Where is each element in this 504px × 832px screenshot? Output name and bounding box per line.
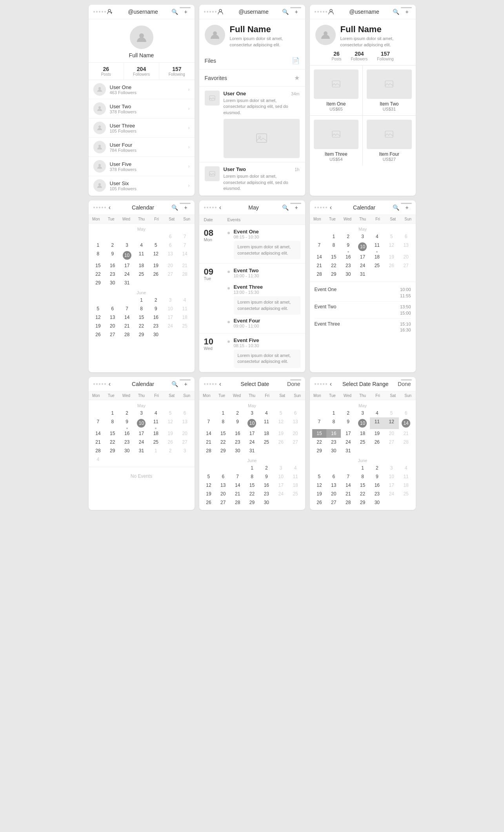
topbar-messages: @username 🔍 +	[199, 5, 305, 19]
done-button[interactable]: Done	[398, 381, 411, 387]
agenda-day-09: 09 Tue Event Two 10:00 - 11:30 Event Thr…	[199, 264, 305, 333]
agenda-date: 09 Tue	[204, 268, 227, 281]
avatar	[205, 25, 225, 45]
drag-handle	[315, 207, 327, 208]
topbar-event-list: ‹ Calendar 🔍 +	[310, 200, 416, 215]
event-item-2[interactable]: Event Two 13:5015:00	[315, 302, 411, 319]
search-icon[interactable]: 🔍	[282, 8, 289, 16]
search-icon[interactable]: 🔍	[392, 204, 400, 211]
svg-point-10	[219, 9, 222, 12]
cal-week: 6 7	[91, 232, 192, 241]
profile-name: Full Name	[340, 25, 410, 34]
svg-point-4	[98, 87, 101, 89]
topbar-title: Calendar	[337, 204, 392, 211]
cal-week: 26 27 28 29 30	[91, 330, 192, 339]
search-icon[interactable]: 🔍	[171, 380, 179, 388]
user-item-3[interactable]: User Three 105 Followers ›	[89, 118, 195, 138]
user-list: User One 463 Followers › User Two 378 Fo…	[89, 80, 195, 195]
agenda-dot	[227, 271, 230, 273]
menu-favorites[interactable]: Favorites ★	[199, 69, 305, 87]
event-item-1[interactable]: Event One 10:0011:55	[315, 284, 411, 302]
user-item-1[interactable]: User One 463 Followers ›	[89, 80, 195, 99]
row-2: ‹ Calendar 🔍 + Mon Tue Wed Thu Fri Sat S…	[5, 200, 499, 372]
search-icon[interactable]: 🔍	[282, 204, 289, 211]
plus-icon[interactable]: +	[403, 8, 411, 16]
agenda-dot	[227, 232, 230, 234]
user-avatar	[93, 122, 106, 134]
back-icon[interactable]: ‹	[327, 204, 335, 211]
back-icon[interactable]: ‹	[217, 380, 224, 388]
cal-week: 1 2 3 4 5 6	[91, 409, 192, 417]
plus-icon[interactable]: +	[182, 8, 190, 16]
profile-stats: 26 Posts 204 Followers 157 Following	[310, 51, 416, 65]
grid-item-4[interactable]: Item Four US$27	[363, 116, 416, 166]
profile-detail-header: Full Name Lorem ipsum dolor sit amet, co…	[199, 19, 305, 52]
agenda-day-08: 08 Mon Event One 08:15 - 10:30 Lorem ips…	[199, 225, 305, 264]
grid-item-2[interactable]: Item Two US$31	[363, 66, 416, 115]
event-card: Lorem ipsum dolor sit amet, consectetur …	[234, 241, 300, 259]
plus-icon[interactable]: +	[182, 380, 190, 388]
profile-bio: Lorem ipsum dolor sit amet, consectetur …	[340, 36, 410, 48]
user-item-4[interactable]: User Four 784 Followers ›	[89, 138, 195, 157]
back-icon[interactable]: ‹	[217, 204, 224, 211]
user-item-5[interactable]: User Five 378 Followers ›	[89, 157, 195, 176]
plus-icon[interactable]: +	[403, 204, 411, 211]
user-icon[interactable]	[327, 8, 335, 16]
plus-icon[interactable]: +	[182, 204, 190, 211]
message-item-2[interactable]: User Two 1h Lorem ipsum dolor sit amet, …	[199, 162, 305, 196]
search-icon[interactable]: 🔍	[392, 8, 400, 16]
svg-point-9	[98, 183, 101, 186]
user-icon[interactable]	[217, 8, 224, 16]
back-icon[interactable]: ‹	[106, 380, 114, 388]
back-icon[interactable]: ‹	[106, 204, 114, 211]
user-avatar	[93, 179, 106, 192]
plus-icon[interactable]: +	[293, 204, 300, 211]
grid-item-3[interactable]: Item Three US$54	[310, 116, 363, 166]
cal-week: 7 8 9 10 11 12 14	[312, 417, 413, 429]
user-item-2[interactable]: User Two 378 Followers ›	[89, 99, 195, 118]
agenda-dot	[227, 287, 230, 289]
handle-line	[180, 7, 191, 8]
plus-icon[interactable]: +	[293, 8, 300, 16]
agenda-date: 08 Mon	[204, 229, 227, 242]
svg-point-5	[98, 106, 101, 109]
stat-following: 157 Following	[377, 51, 393, 61]
cal-week: 29 30 31	[91, 279, 192, 287]
topbar-icons: 🔍 +	[392, 8, 411, 16]
event-card: Lorem ipsum dolor sit amet, consectetur …	[234, 296, 300, 315]
search-icon[interactable]: 🔍	[171, 8, 179, 16]
calendar-body: May 6 7 1 2 3 4 5 6 7 8 9	[89, 224, 195, 342]
user-avatar	[93, 102, 106, 115]
topbar-icons: 🔍 +	[171, 204, 190, 211]
user-avatar	[93, 141, 106, 153]
chevron-right-icon: ›	[188, 144, 190, 150]
topbar-title: Select Date Range	[337, 381, 395, 387]
agenda-event: Event Two 10:00 - 11:30	[234, 268, 300, 280]
stat-followers: 204 Followers	[124, 63, 159, 80]
grid-item-1[interactable]: Item One US$65	[310, 66, 363, 115]
grid-profile-panel: @username 🔍 + Full Name Lorem ipsum dolo…	[310, 5, 416, 196]
svg-rect-20	[332, 131, 340, 137]
agenda-sub-event: Event Four 09:00 - 11:00	[199, 316, 305, 333]
msg-content: User One 34m Lorem ipsum dolor sit amet,…	[224, 91, 300, 158]
drag-handle	[93, 383, 106, 385]
calendar-dow-header: Mon Tue Wed Thu Fri Sat Sun	[199, 391, 305, 400]
cal-week: 19 20 21 22 23 24 25	[202, 490, 303, 498]
back-icon[interactable]: ‹	[327, 380, 335, 388]
user-item-6[interactable]: User Six 105 Followers ›	[89, 176, 195, 195]
done-button[interactable]: Done	[287, 381, 300, 387]
grid-thumb	[314, 120, 359, 149]
agenda-dot	[227, 321, 230, 323]
event-item-3[interactable]: Event Three 15:1016:30	[315, 319, 411, 336]
agenda-date: 10 Wed	[204, 337, 227, 351]
cal-week: 12 13 14 15 16 17 18	[91, 313, 192, 322]
search-icon[interactable]: 🔍	[171, 204, 179, 211]
menu-files[interactable]: Files 📄	[199, 52, 305, 69]
cal-week: 4	[91, 455, 192, 464]
message-item-1[interactable]: User One 34m Lorem ipsum dolor sit amet,…	[199, 87, 305, 162]
cal-week: 28 29 30 31	[312, 270, 413, 279]
cal-week: 1 2 3 4	[91, 296, 192, 304]
add-user-icon[interactable]	[106, 8, 114, 16]
topbar-grid: @username 🔍 +	[310, 5, 416, 19]
stat-posts: 26 Posts	[331, 51, 341, 61]
